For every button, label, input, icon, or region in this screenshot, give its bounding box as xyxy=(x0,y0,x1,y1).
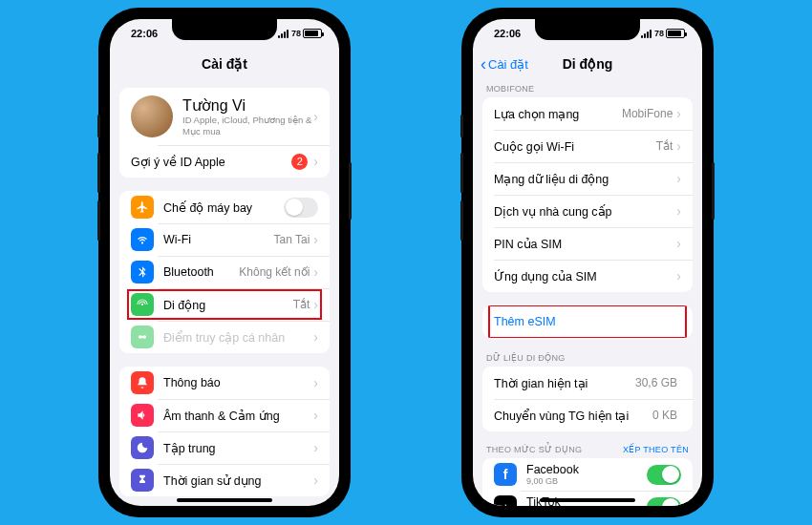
back-button[interactable]: ‹ Cài đặt xyxy=(481,55,528,73)
roaming-period-row[interactable]: Chuyển vùng TG hiện tại 0 KB xyxy=(482,399,693,431)
home-indicator[interactable] xyxy=(177,498,272,502)
signal-icon xyxy=(278,30,288,38)
bell-icon xyxy=(131,371,154,394)
airplane-icon xyxy=(131,196,154,219)
chevron-right-icon: › xyxy=(313,265,318,279)
antenna-icon xyxy=(131,293,154,316)
chevron-right-icon: › xyxy=(676,237,681,250)
phone-left: 22:06 78 Cài đặt xyxy=(100,10,349,515)
app-icon: f xyxy=(494,463,517,486)
bluetooth-icon xyxy=(131,261,154,284)
battery-icon: 78 xyxy=(291,29,322,38)
chevron-right-icon: › xyxy=(313,330,318,344)
avatar xyxy=(131,95,173,137)
section-header-usage: THEO MỨC SỬ DỤNG XẾP THEO TÊN xyxy=(473,441,702,458)
hotspot-row: Điểm truy cập cá nhân › xyxy=(119,321,330,353)
page-title: Cài đặt xyxy=(202,56,247,72)
chevron-right-icon: › xyxy=(313,110,318,123)
app-data-toggle[interactable] xyxy=(647,497,681,507)
network-selection-row[interactable]: Lựa chọn mạng MobiFone › xyxy=(482,97,693,130)
app-size: 9,00 GB xyxy=(526,476,647,486)
chevron-right-icon: › xyxy=(676,139,681,153)
moon-icon xyxy=(131,436,154,459)
chevron-right-icon: › xyxy=(676,172,681,185)
speaker-icon xyxy=(131,404,154,427)
chevron-right-icon: › xyxy=(313,298,318,311)
chevron-left-icon: ‹ xyxy=(481,55,486,73)
profile-name: Tường Vi xyxy=(182,96,313,115)
wifi-row[interactable]: Wi-Fi Tan Tai › xyxy=(119,223,330,256)
apple-id-profile-row[interactable]: Tường Vi ID Apple, iCloud, Phương tiện &… xyxy=(119,88,330,145)
status-time: 22:06 xyxy=(125,28,158,39)
notch xyxy=(535,19,640,40)
section-header-carrier: MOBIFONE xyxy=(473,80,702,97)
chevron-right-icon: › xyxy=(676,269,681,283)
sim-pin-row[interactable]: PIN của SIM › xyxy=(482,227,693,260)
wifi-icon xyxy=(131,228,154,251)
status-time: 22:06 xyxy=(488,28,521,39)
phone-right: 22:06 78 ‹ Cài đặt Di động MOBIFONE xyxy=(463,10,712,515)
section-header-data: DỮ LIỆU DI ĐỘNG xyxy=(473,349,702,367)
sort-by-name-link[interactable]: XẾP THEO TÊN xyxy=(623,445,689,454)
wifi-calling-row[interactable]: Cuộc gọi Wi-Fi Tắt › xyxy=(482,130,693,162)
nav-bar: ‹ Cài đặt Di động xyxy=(473,48,702,80)
battery-icon: 78 xyxy=(654,29,685,38)
notifications-row[interactable]: Thông báo › xyxy=(119,367,330,399)
hourglass-icon xyxy=(131,469,154,492)
bluetooth-row[interactable]: Bluetooth Không kết nối › xyxy=(119,256,330,288)
cellular-data-network-row[interactable]: Mạng dữ liệu di động › xyxy=(482,162,693,195)
chevron-right-icon: › xyxy=(676,204,681,218)
add-esim-row[interactable]: Thêm eSIM xyxy=(482,305,693,338)
cellular-row[interactable]: Di động Tắt › xyxy=(119,288,330,321)
chevron-right-icon: › xyxy=(676,107,681,120)
focus-row[interactable]: Tập trung › xyxy=(119,431,330,464)
airplane-mode-row[interactable]: Chế độ máy bay xyxy=(119,191,330,223)
page-title: Di động xyxy=(563,56,613,72)
chevron-right-icon: › xyxy=(313,409,318,422)
app-name: Facebook xyxy=(526,463,647,476)
signal-icon xyxy=(641,30,652,38)
chevron-right-icon: › xyxy=(313,441,318,454)
airplane-toggle[interactable] xyxy=(284,198,318,218)
carrier-services-row[interactable]: Dịch vụ nhà cung cấp › xyxy=(482,195,693,227)
screentime-row[interactable]: Thời gian sử dụng › xyxy=(119,464,330,496)
chevron-right-icon: › xyxy=(313,376,318,389)
home-indicator[interactable] xyxy=(540,498,635,502)
sim-applications-row[interactable]: Ứng dụng của SIM › xyxy=(482,260,693,292)
app-usage-row[interactable]: fFacebook9,00 GB xyxy=(482,458,693,491)
nav-bar: Cài đặt xyxy=(110,48,339,80)
link-icon xyxy=(131,326,154,348)
profile-subtitle: ID Apple, iCloud, Phương tiện & Mục mua xyxy=(182,115,313,136)
chevron-right-icon: › xyxy=(313,233,318,246)
svg-rect-2 xyxy=(140,336,145,338)
app-data-toggle[interactable] xyxy=(647,465,681,485)
app-icon: ♪ xyxy=(494,495,517,506)
badge: 2 xyxy=(291,154,308,170)
chevron-right-icon: › xyxy=(313,155,318,168)
chevron-right-icon: › xyxy=(313,473,318,487)
sounds-row[interactable]: Âm thanh & Cảm ứng › xyxy=(119,399,330,431)
notch xyxy=(172,19,277,40)
current-period-row[interactable]: Thời gian hiện tại 30,6 GB xyxy=(482,367,693,399)
apple-id-suggestions-row[interactable]: Gợi ý về ID Apple 2 › xyxy=(119,145,330,178)
